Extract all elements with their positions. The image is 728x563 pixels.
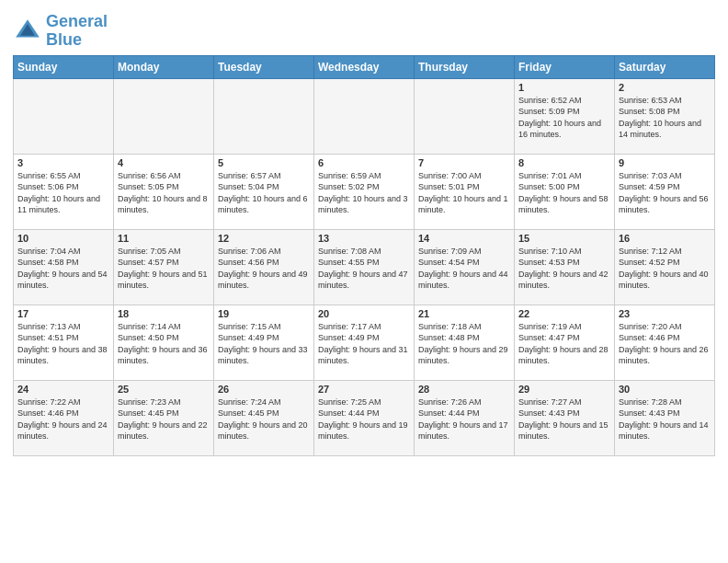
day-number: 30 [619, 384, 711, 395]
weekday-header-tuesday: Tuesday [214, 55, 314, 78]
calendar-cell: 13Sunrise: 7:08 AM Sunset: 4:55 PM Dayli… [314, 229, 415, 304]
weekday-header-monday: Monday [114, 55, 214, 78]
day-number: 14 [418, 233, 510, 244]
day-number: 15 [518, 233, 610, 244]
weekday-header-thursday: Thursday [415, 55, 515, 78]
day-info: Sunrise: 7:15 AM Sunset: 4:49 PM Dayligh… [218, 321, 310, 367]
day-number: 1 [518, 82, 610, 93]
calendar-cell: 19Sunrise: 7:15 AM Sunset: 4:49 PM Dayli… [214, 304, 314, 380]
day-info: Sunrise: 7:27 AM Sunset: 4:43 PM Dayligh… [518, 396, 610, 442]
week-row-4: 17Sunrise: 7:13 AM Sunset: 4:51 PM Dayli… [14, 304, 715, 380]
day-number: 26 [218, 384, 310, 395]
calendar-cell: 20Sunrise: 7:17 AM Sunset: 4:49 PM Dayli… [314, 304, 415, 380]
day-number: 22 [518, 308, 610, 319]
calendar-cell: 8Sunrise: 7:01 AM Sunset: 5:00 PM Daylig… [515, 154, 615, 229]
calendar-cell [114, 78, 214, 154]
calendar-cell [14, 78, 114, 154]
day-number: 2 [619, 82, 711, 93]
calendar-cell: 22Sunrise: 7:19 AM Sunset: 4:47 PM Dayli… [515, 304, 615, 380]
week-row-1: 1Sunrise: 6:52 AM Sunset: 5:09 PM Daylig… [14, 78, 715, 154]
day-number: 19 [218, 308, 310, 319]
day-number: 20 [318, 308, 410, 319]
calendar-cell: 17Sunrise: 7:13 AM Sunset: 4:51 PM Dayli… [14, 304, 114, 380]
day-info: Sunrise: 7:17 AM Sunset: 4:49 PM Dayligh… [318, 321, 410, 367]
day-info: Sunrise: 6:56 AM Sunset: 5:05 PM Dayligh… [118, 170, 210, 216]
day-number: 24 [17, 384, 109, 395]
day-number: 18 [118, 308, 210, 319]
calendar-cell: 12Sunrise: 7:06 AM Sunset: 4:56 PM Dayli… [214, 229, 314, 304]
calendar-cell: 6Sunrise: 6:59 AM Sunset: 5:02 PM Daylig… [314, 154, 415, 229]
calendar-cell: 7Sunrise: 7:00 AM Sunset: 5:01 PM Daylig… [415, 154, 515, 229]
day-info: Sunrise: 7:18 AM Sunset: 4:48 PM Dayligh… [418, 321, 510, 367]
day-info: Sunrise: 7:25 AM Sunset: 4:44 PM Dayligh… [318, 396, 410, 442]
day-number: 7 [418, 157, 510, 168]
day-number: 11 [118, 233, 210, 244]
day-info: Sunrise: 7:06 AM Sunset: 4:56 PM Dayligh… [218, 246, 310, 292]
day-info: Sunrise: 7:00 AM Sunset: 5:01 PM Dayligh… [418, 170, 510, 216]
day-number: 27 [318, 384, 410, 395]
day-number: 17 [17, 308, 109, 319]
day-number: 25 [118, 384, 210, 395]
day-info: Sunrise: 7:23 AM Sunset: 4:45 PM Dayligh… [118, 396, 210, 442]
day-number: 8 [518, 157, 610, 168]
calendar-cell: 4Sunrise: 6:56 AM Sunset: 5:05 PM Daylig… [114, 154, 214, 229]
calendar-cell: 5Sunrise: 6:57 AM Sunset: 5:04 PM Daylig… [214, 154, 314, 229]
day-number: 23 [619, 308, 711, 319]
day-number: 12 [218, 233, 310, 244]
day-info: Sunrise: 7:24 AM Sunset: 4:45 PM Dayligh… [218, 396, 310, 442]
day-info: Sunrise: 6:59 AM Sunset: 5:02 PM Dayligh… [318, 170, 410, 216]
day-number: 3 [17, 157, 109, 168]
calendar-cell: 29Sunrise: 7:27 AM Sunset: 4:43 PM Dayli… [515, 380, 615, 455]
weekday-header-wednesday: Wednesday [314, 55, 415, 78]
calendar-cell: 9Sunrise: 7:03 AM Sunset: 4:59 PM Daylig… [615, 154, 715, 229]
calendar-cell: 2Sunrise: 6:53 AM Sunset: 5:08 PM Daylig… [615, 78, 715, 154]
day-info: Sunrise: 7:01 AM Sunset: 5:00 PM Dayligh… [518, 170, 610, 216]
calendar-cell: 25Sunrise: 7:23 AM Sunset: 4:45 PM Dayli… [114, 380, 214, 455]
day-info: Sunrise: 6:57 AM Sunset: 5:04 PM Dayligh… [218, 170, 310, 216]
weekday-header-friday: Friday [515, 55, 615, 78]
day-number: 10 [17, 233, 109, 244]
calendar-cell [314, 78, 415, 154]
weekday-header-sunday: Sunday [14, 55, 114, 78]
day-info: Sunrise: 7:22 AM Sunset: 4:46 PM Dayligh… [17, 396, 109, 442]
calendar-cell [415, 78, 515, 154]
calendar-cell: 23Sunrise: 7:20 AM Sunset: 4:46 PM Dayli… [615, 304, 715, 380]
logo: General Blue [13, 13, 108, 50]
calendar-cell: 30Sunrise: 7:28 AM Sunset: 4:43 PM Dayli… [615, 380, 715, 455]
day-info: Sunrise: 6:53 AM Sunset: 5:08 PM Dayligh… [619, 95, 711, 141]
day-number: 6 [318, 157, 410, 168]
day-number: 16 [619, 233, 711, 244]
day-number: 28 [418, 384, 510, 395]
day-info: Sunrise: 7:05 AM Sunset: 4:57 PM Dayligh… [118, 246, 210, 292]
week-row-5: 24Sunrise: 7:22 AM Sunset: 4:46 PM Dayli… [14, 380, 715, 455]
calendar-cell: 1Sunrise: 6:52 AM Sunset: 5:09 PM Daylig… [515, 78, 615, 154]
day-info: Sunrise: 7:10 AM Sunset: 4:53 PM Dayligh… [518, 246, 610, 292]
day-number: 4 [118, 157, 210, 168]
calendar-cell: 28Sunrise: 7:26 AM Sunset: 4:44 PM Dayli… [415, 380, 515, 455]
day-number: 29 [518, 384, 610, 395]
day-info: Sunrise: 7:19 AM Sunset: 4:47 PM Dayligh… [518, 321, 610, 367]
calendar-cell: 16Sunrise: 7:12 AM Sunset: 4:52 PM Dayli… [615, 229, 715, 304]
day-info: Sunrise: 6:52 AM Sunset: 5:09 PM Dayligh… [518, 95, 610, 141]
calendar-cell: 21Sunrise: 7:18 AM Sunset: 4:48 PM Dayli… [415, 304, 515, 380]
week-row-2: 3Sunrise: 6:55 AM Sunset: 5:06 PM Daylig… [14, 154, 715, 229]
calendar-cell [214, 78, 314, 154]
header: General Blue [13, 9, 715, 50]
day-info: Sunrise: 7:26 AM Sunset: 4:44 PM Dayligh… [418, 396, 510, 442]
day-info: Sunrise: 7:12 AM Sunset: 4:52 PM Dayligh… [619, 246, 711, 292]
page-container: General Blue SundayMondayTuesdayWednesda… [0, 0, 728, 465]
calendar-cell: 15Sunrise: 7:10 AM Sunset: 4:53 PM Dayli… [515, 229, 615, 304]
day-info: Sunrise: 7:20 AM Sunset: 4:46 PM Dayligh… [619, 321, 711, 367]
day-info: Sunrise: 7:28 AM Sunset: 4:43 PM Dayligh… [619, 396, 711, 442]
day-info: Sunrise: 6:55 AM Sunset: 5:06 PM Dayligh… [17, 170, 109, 216]
day-number: 21 [418, 308, 510, 319]
calendar-cell: 26Sunrise: 7:24 AM Sunset: 4:45 PM Dayli… [214, 380, 314, 455]
day-number: 9 [619, 157, 711, 168]
week-row-3: 10Sunrise: 7:04 AM Sunset: 4:58 PM Dayli… [14, 229, 715, 304]
day-info: Sunrise: 7:14 AM Sunset: 4:50 PM Dayligh… [118, 321, 210, 367]
day-number: 5 [218, 157, 310, 168]
calendar-cell: 11Sunrise: 7:05 AM Sunset: 4:57 PM Dayli… [114, 229, 214, 304]
weekday-header-row: SundayMondayTuesdayWednesdayThursdayFrid… [14, 55, 715, 78]
calendar-cell: 24Sunrise: 7:22 AM Sunset: 4:46 PM Dayli… [14, 380, 114, 455]
day-info: Sunrise: 7:09 AM Sunset: 4:54 PM Dayligh… [418, 246, 510, 292]
